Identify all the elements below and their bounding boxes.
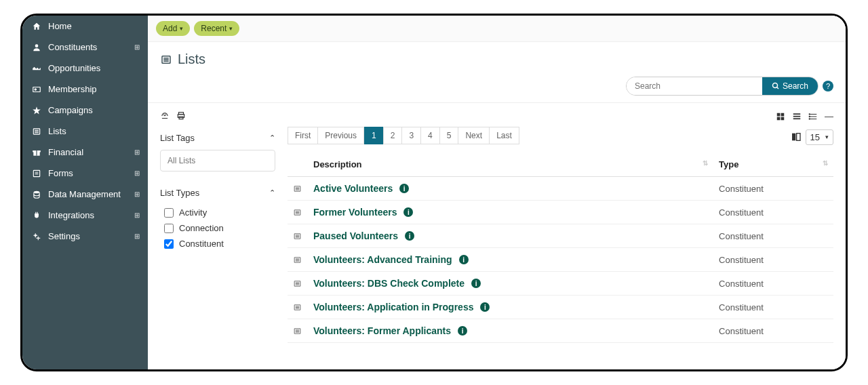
type-cell: Constituent — [713, 296, 833, 319]
svg-rect-38 — [792, 134, 795, 141]
search-button[interactable]: Search — [762, 77, 818, 95]
table-row[interactable]: Volunteers: Advanced TrainingiConstituen… — [288, 248, 833, 272]
table-row[interactable]: Volunteers: Former ApplicantsiConstituen… — [288, 319, 833, 343]
list-icon — [293, 279, 302, 288]
sidebar-item-campaigns[interactable]: Campaigns — [22, 100, 148, 121]
sidebar-item-home[interactable]: Home — [22, 16, 148, 37]
info-icon[interactable]: i — [403, 207, 413, 217]
svg-rect-25 — [777, 113, 781, 116]
search-row: Search ? — [148, 77, 846, 102]
svg-rect-24 — [179, 117, 183, 119]
list-type-connection[interactable]: Connection — [160, 220, 275, 236]
info-icon[interactable]: i — [458, 326, 467, 336]
list-types-header[interactable]: List Types ⌃ — [160, 188, 275, 198]
info-icon[interactable]: i — [471, 279, 481, 288]
sidebar-item-data-management[interactable]: Data Management ⊞ — [22, 184, 148, 205]
table-row[interactable]: Volunteers: DBS Check CompleteiConstitue… — [288, 272, 833, 296]
page-previous[interactable]: Previous — [317, 127, 364, 144]
sidebar-item-forms[interactable]: Forms ⊞ — [22, 163, 148, 184]
checkbox-label: Constituent — [179, 239, 224, 249]
list-view-icon[interactable] — [792, 112, 802, 121]
recent-button[interactable]: Recent▾ — [194, 21, 239, 36]
table-row[interactable]: Paused VolunteersiConstituent — [288, 224, 833, 248]
page-next[interactable]: Next — [458, 127, 490, 144]
list-tags-input[interactable] — [160, 150, 275, 171]
compact-view-icon[interactable] — [808, 112, 818, 121]
list-type-activity[interactable]: Activity — [160, 205, 275, 220]
svg-point-15 — [37, 237, 39, 239]
sidebar-item-constituents[interactable]: Constituents ⊞ — [22, 37, 148, 58]
list-link[interactable]: Volunteers: Former Applicantsi — [313, 325, 467, 336]
list-icon — [31, 127, 43, 136]
sidebar-label: Constituents — [48, 42, 134, 52]
column-description[interactable]: Description⇅ — [308, 153, 713, 177]
info-icon[interactable]: i — [399, 184, 409, 193]
sidebar-item-opportunities[interactable]: Opportunities — [22, 58, 148, 79]
sidebar: Home Constituents ⊞ Opportunities Member… — [22, 16, 148, 369]
table-row[interactable]: Volunteers: Application in ProgressiCons… — [288, 296, 833, 319]
expand-icon: ⊞ — [134, 190, 140, 198]
home-icon — [31, 22, 43, 31]
sidebar-label: Home — [48, 21, 140, 31]
checkbox-label: Activity — [179, 207, 207, 218]
page-1[interactable]: 1 — [364, 127, 384, 144]
pagination: First Previous 12345 Next Last — [288, 127, 519, 144]
page-5[interactable]: 5 — [439, 127, 459, 144]
collapse-icon[interactable]: — — [825, 111, 833, 121]
svg-rect-28 — [781, 117, 785, 120]
sidebar-label: Campaigns — [48, 105, 140, 115]
table-row[interactable]: Active VolunteersiConstituent — [288, 177, 833, 201]
expand-icon: ⊞ — [134, 232, 140, 240]
download-icon[interactable] — [160, 111, 170, 121]
search-input[interactable] — [627, 77, 762, 95]
page-first[interactable]: First — [288, 127, 318, 144]
info-icon[interactable]: i — [459, 255, 469, 264]
chevron-down-icon: ▾ — [229, 25, 233, 32]
columns-icon[interactable] — [791, 131, 802, 142]
sidebar-item-integrations[interactable]: Integrations ⊞ — [22, 205, 148, 226]
page-last[interactable]: Last — [489, 127, 519, 144]
page-title: Lists — [148, 42, 846, 77]
list-link[interactable]: Volunteers: Application in Progressi — [313, 302, 490, 312]
per-page-select[interactable]: 15▾ — [806, 129, 833, 145]
sidebar-label: Data Management — [48, 189, 134, 199]
svg-point-20 — [772, 83, 777, 88]
type-cell: Constituent — [713, 248, 833, 272]
add-label: Add — [163, 24, 177, 33]
list-link[interactable]: Volunteers: DBS Check Completei — [313, 278, 481, 289]
sidebar-item-lists[interactable]: Lists — [22, 121, 148, 142]
user-icon — [31, 43, 43, 52]
sidebar-item-financial[interactable]: Financial ⊞ — [22, 142, 148, 163]
list-icon — [293, 232, 302, 241]
list-link[interactable]: Former Volunteersi — [313, 207, 413, 218]
add-button[interactable]: Add▾ — [156, 21, 190, 36]
page-4[interactable]: 4 — [420, 127, 440, 144]
checkbox[interactable] — [164, 239, 174, 249]
search-box: Search — [626, 77, 818, 96]
svg-rect-27 — [777, 117, 781, 120]
list-tags-header[interactable]: List Tags ⌃ — [160, 133, 275, 143]
database-icon — [31, 190, 43, 199]
info-icon[interactable]: i — [480, 302, 490, 312]
sidebar-label: Settings — [48, 231, 134, 241]
sidebar-item-membership[interactable]: Membership — [22, 79, 148, 100]
checkbox[interactable] — [164, 208, 174, 218]
svg-line-21 — [776, 87, 778, 89]
table-row[interactable]: Former VolunteersiConstituent — [288, 201, 833, 224]
expand-icon: ⊞ — [134, 43, 140, 51]
checkbox[interactable] — [164, 224, 174, 233]
sidebar-item-settings[interactable]: Settings ⊞ — [22, 226, 148, 247]
list-link[interactable]: Paused Volunteersi — [313, 230, 414, 241]
page-2[interactable]: 2 — [383, 127, 403, 144]
column-type[interactable]: Type⇅ — [713, 153, 833, 177]
list-link[interactable]: Volunteers: Advanced Trainingi — [313, 254, 469, 265]
list-link[interactable]: Active Volunteersi — [313, 183, 409, 194]
grid-view-icon[interactable] — [776, 112, 785, 121]
per-page-value: 15 — [810, 132, 820, 142]
print-icon[interactable] — [176, 111, 186, 121]
list-type-constituent[interactable]: Constituent — [160, 236, 275, 251]
recent-label: Recent — [201, 24, 226, 33]
page-3[interactable]: 3 — [401, 127, 421, 144]
info-icon[interactable]: i — [405, 231, 414, 241]
help-icon[interactable]: ? — [823, 81, 833, 92]
